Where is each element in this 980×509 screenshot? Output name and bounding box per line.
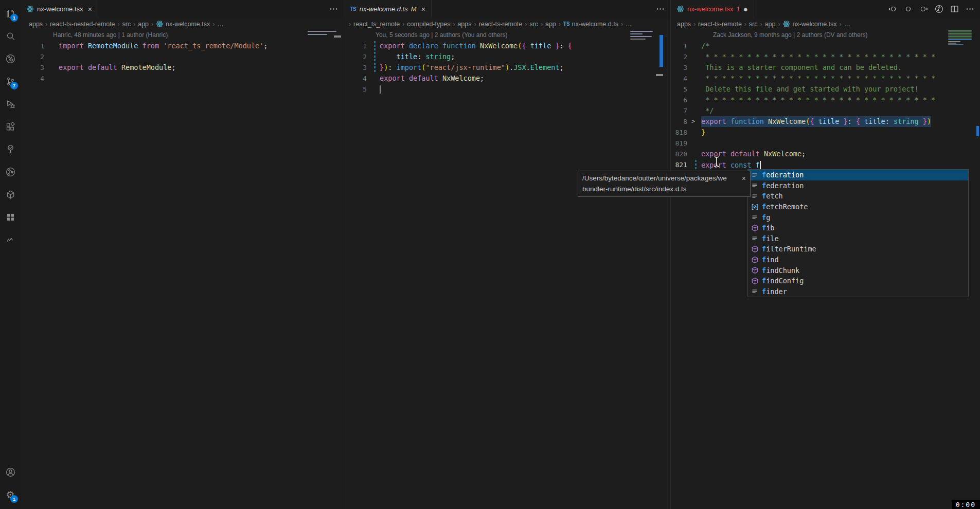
activitybar-wave-icon[interactable] — [0, 228, 21, 251]
breadcrumb-item[interactable]: compiled-types — [407, 21, 450, 28]
code-line[interactable]: 7 */ — [671, 105, 980, 116]
activitybar-todo-tree-icon[interactable] — [0, 138, 21, 160]
next-change-icon[interactable] — [918, 4, 929, 14]
breadcrumb-item[interactable]: app — [545, 21, 556, 28]
code-line[interactable]: 6 * * * * * * * * * * * * * * * * * * * … — [671, 95, 980, 105]
breadcrumb-item[interactable]: react-ts-nested-remote — [50, 21, 115, 28]
code-line[interactable]: 3 This is a starter component and can be… — [671, 62, 980, 73]
ts-icon: TS — [350, 6, 357, 12]
tab-nx-welcome-tsx-nested[interactable]: nx-welcome.tsx× — [21, 0, 98, 18]
code-line[interactable]: 819 — [671, 138, 980, 149]
overview-ruler-mark — [334, 35, 341, 38]
gutter-marker — [367, 84, 380, 95]
fold-chevron-icon[interactable]: > — [691, 116, 695, 127]
gutter-marker — [687, 84, 701, 95]
activitybar-run-and-debug-icon[interactable] — [0, 93, 21, 115]
breadcrumb-item[interactable]: src — [749, 21, 758, 28]
breadcrumb-item[interactable]: app — [138, 21, 149, 28]
line-number: 2 — [344, 51, 367, 62]
code-line[interactable]: 5 Delete this file and get started with … — [671, 84, 980, 95]
code-text: * * * * * * * * * * * * * * * * * * * * … — [701, 51, 935, 62]
editor-group-1: nx-welcome.tsx× apps›react-ts-nested-rem… — [21, 0, 344, 509]
gutter-marker — [687, 51, 701, 62]
code-line[interactable]: 4export default NxWelcome; — [344, 73, 670, 84]
code-line[interactable]: 5 — [344, 84, 670, 95]
code-line[interactable]: 4 * * * * * * * * * * * * * * * * * * * … — [671, 73, 980, 84]
code-line[interactable]: 2 — [21, 51, 344, 62]
suggestion-item[interactable]: findConfig — [748, 276, 968, 286]
breadcrumb-item[interactable]: react-ts-remote — [479, 21, 523, 28]
tab-close-icon[interactable]: × — [421, 5, 426, 13]
suggestion-item[interactable]: fetchRemote — [748, 202, 968, 212]
suggestion-item[interactable]: federation — [748, 170, 968, 180]
code-line[interactable]: 2 * * * * * * * * * * * * * * * * * * * … — [671, 51, 980, 62]
activitybar-explorer-icon[interactable]: 1 — [0, 2, 21, 25]
line-number: 2 — [671, 51, 687, 62]
suggestion-item[interactable]: file — [748, 233, 968, 244]
tab-close-icon[interactable]: × — [88, 5, 93, 13]
code-line[interactable]: 818} — [671, 127, 980, 138]
more-icon[interactable] — [655, 4, 665, 14]
split-editor-icon[interactable] — [949, 4, 959, 14]
breadcrumb-item[interactable]: … — [217, 21, 224, 28]
code-line[interactable]: 1export declare function NxWelcome({ tit… — [344, 41, 670, 51]
breadcrumb-item[interactable]: … — [844, 21, 851, 28]
suggestion-item[interactable]: fetch — [748, 191, 968, 202]
suggestion-item[interactable]: filterRuntime — [748, 244, 968, 254]
prev-change-icon[interactable] — [887, 4, 898, 14]
suggestion-item[interactable]: federation — [748, 180, 968, 191]
code-editor-2[interactable]: You, 5 seconds ago | 2 authors (You and … — [344, 30, 670, 509]
breadcrumb-separator: › — [133, 21, 135, 28]
code-editor-1[interactable]: Hanric, 48 minutes ago | 1 author (Hanri… — [21, 30, 344, 509]
breadcrumb-item[interactable]: react_ts_remote — [353, 21, 400, 28]
symbol-text-icon — [751, 213, 759, 221]
code-lines-1: 1import RemoteModule from 'react_ts_remo… — [21, 41, 344, 84]
activitybar-gitlens-icon[interactable] — [0, 47, 21, 70]
close-icon[interactable]: × — [742, 174, 746, 183]
recording-timer: 0:00 — [952, 500, 980, 509]
code-line[interactable]: 3export default RemoteModule; — [21, 62, 344, 73]
code-line[interactable]: 1/* — [671, 41, 980, 51]
tab-title: nx-welcome.tsx — [37, 5, 83, 13]
breadcrumb-item[interactable]: src — [529, 21, 538, 28]
code-line[interactable]: 2 title: string; — [344, 51, 670, 62]
tab-dirty-dot-icon[interactable]: ● — [743, 5, 748, 13]
code-line[interactable]: 4 — [21, 73, 344, 84]
code-lines-3: 1/*2 * * * * * * * * * * * * * * * * * *… — [671, 41, 980, 170]
breadcrumb-item[interactable]: apps — [677, 21, 691, 28]
breadcrumb-item[interactable]: TSnx-welcome.d.ts — [563, 21, 618, 28]
compare-changes-icon[interactable] — [903, 4, 913, 14]
activitybar-search-icon[interactable] — [0, 25, 21, 47]
suggestion-item[interactable]: fib — [748, 223, 968, 233]
activitybar-grid-icon[interactable] — [0, 206, 21, 228]
suggestion-item[interactable]: findChunk — [748, 265, 968, 276]
activitybar-account-icon[interactable] — [0, 461, 21, 483]
more-icon[interactable] — [965, 4, 975, 14]
activitybar-source-control-icon[interactable]: 7 — [0, 70, 21, 93]
breadcrumb-item[interactable]: apps — [29, 21, 43, 28]
tab-nx-welcome-dts[interactable]: TSnx-welcome.d.tsM× — [344, 0, 432, 18]
breadcrumb-item[interactable]: nx-welcome.tsx — [782, 20, 836, 28]
activitybar-settings-icon[interactable]: ⚙1 — [0, 483, 21, 506]
tab-nx-welcome-tsx-remote[interactable]: nx-welcome.tsx1● — [671, 0, 754, 18]
breadcrumb-item[interactable]: apps — [457, 21, 471, 28]
code-text — [380, 84, 381, 95]
open-changes-icon[interactable] — [934, 4, 944, 14]
breadcrumb-item[interactable]: … — [626, 21, 632, 28]
activitybar-extensions-icon[interactable] — [0, 115, 21, 138]
breadcrumb-item[interactable]: nx-welcome.tsx — [156, 20, 210, 28]
code-line[interactable]: 8>export function NxWelcome({ title }: {… — [671, 116, 980, 127]
breadcrumb-item[interactable]: app — [765, 21, 776, 28]
more-icon[interactable] — [328, 4, 338, 14]
symbol-module-icon — [751, 277, 759, 285]
tab-title: nx-welcome.tsx — [687, 5, 734, 13]
suggestion-item[interactable]: find — [748, 254, 968, 265]
breadcrumb-item[interactable]: react-ts-remote — [698, 21, 742, 28]
activitybar-container-icon[interactable] — [0, 183, 21, 206]
suggestion-item[interactable]: fg — [748, 212, 968, 223]
breadcrumb-item[interactable]: src — [122, 21, 131, 28]
code-line[interactable]: 3}): import("react/jsx-runtime").JSX.Ele… — [344, 62, 670, 73]
activitybar-git-graph-icon[interactable] — [0, 160, 21, 183]
code-line[interactable]: 1import RemoteModule from 'react_ts_remo… — [21, 41, 344, 51]
suggestion-item[interactable]: finder — [748, 286, 968, 297]
